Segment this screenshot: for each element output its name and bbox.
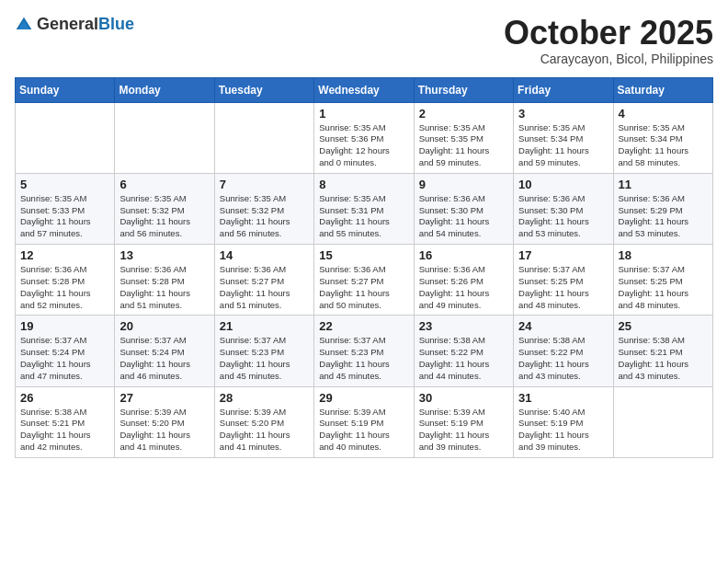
day-cell: 23Sunrise: 5:38 AM Sunset: 5:22 PM Dayli…: [414, 316, 513, 386]
day-cell: 4Sunrise: 5:35 AM Sunset: 5:34 PM Daylig…: [613, 102, 712, 173]
weekday-header-friday: Friday: [514, 77, 613, 102]
day-info: Sunrise: 5:39 AM Sunset: 5:19 PM Dayligh…: [419, 407, 508, 454]
day-cell: 22Sunrise: 5:37 AM Sunset: 5:23 PM Dayli…: [314, 316, 414, 386]
day-cell: 7Sunrise: 5:35 AM Sunset: 5:32 PM Daylig…: [214, 173, 313, 244]
day-number: 28: [220, 391, 309, 405]
day-cell: 13Sunrise: 5:36 AM Sunset: 5:28 PM Dayli…: [115, 245, 214, 316]
day-cell: 9Sunrise: 5:36 AM Sunset: 5:30 PM Daylig…: [414, 173, 513, 244]
page-header: GeneralBlue October 2025 Caraycayon, Bic…: [15, 15, 713, 66]
day-cell: 2Sunrise: 5:35 AM Sunset: 5:35 PM Daylig…: [414, 102, 513, 173]
day-number: 3: [518, 107, 608, 121]
day-info: Sunrise: 5:38 AM Sunset: 5:22 PM Dayligh…: [419, 335, 508, 382]
day-info: Sunrise: 5:38 AM Sunset: 5:22 PM Dayligh…: [518, 335, 608, 382]
day-cell: 8Sunrise: 5:35 AM Sunset: 5:31 PM Daylig…: [314, 173, 414, 244]
day-number: 16: [419, 248, 508, 262]
day-cell: [613, 386, 712, 457]
weekday-header-tuesday: Tuesday: [214, 77, 313, 102]
day-info: Sunrise: 5:36 AM Sunset: 5:27 PM Dayligh…: [319, 264, 408, 311]
day-number: 15: [319, 248, 408, 262]
day-number: 4: [619, 107, 708, 121]
day-number: 22: [319, 319, 408, 333]
weekday-header-wednesday: Wednesday: [314, 77, 414, 102]
day-info: Sunrise: 5:35 AM Sunset: 5:34 PM Dayligh…: [619, 122, 708, 169]
day-cell: 28Sunrise: 5:39 AM Sunset: 5:20 PM Dayli…: [214, 386, 313, 457]
day-cell: 18Sunrise: 5:37 AM Sunset: 5:25 PM Dayli…: [613, 245, 712, 316]
day-info: Sunrise: 5:37 AM Sunset: 5:23 PM Dayligh…: [220, 335, 309, 382]
day-number: 21: [220, 319, 309, 333]
day-info: Sunrise: 5:35 AM Sunset: 5:31 PM Dayligh…: [319, 193, 408, 240]
day-number: 1: [319, 107, 408, 121]
day-number: 2: [419, 107, 508, 121]
day-cell: 26Sunrise: 5:38 AM Sunset: 5:21 PM Dayli…: [16, 386, 115, 457]
day-info: Sunrise: 5:38 AM Sunset: 5:21 PM Dayligh…: [20, 407, 109, 454]
day-number: 10: [518, 178, 608, 191]
day-cell: 10Sunrise: 5:36 AM Sunset: 5:30 PM Dayli…: [514, 173, 613, 244]
week-row-2: 5Sunrise: 5:35 AM Sunset: 5:33 PM Daylig…: [16, 173, 713, 244]
day-info: Sunrise: 5:40 AM Sunset: 5:19 PM Dayligh…: [518, 407, 608, 454]
day-number: 8: [319, 178, 408, 191]
title-block: October 2025 Caraycayon, Bicol, Philippi…: [504, 15, 713, 66]
day-number: 7: [220, 178, 309, 191]
day-cell: 1Sunrise: 5:35 AM Sunset: 5:36 PM Daylig…: [314, 102, 414, 173]
weekday-header-row: SundayMondayTuesdayWednesdayThursdayFrid…: [16, 77, 713, 102]
day-number: 14: [220, 248, 309, 262]
weekday-header-monday: Monday: [115, 77, 214, 102]
logo-general: General: [37, 15, 98, 33]
day-cell: 29Sunrise: 5:39 AM Sunset: 5:19 PM Dayli…: [314, 386, 414, 457]
day-number: 19: [20, 319, 109, 333]
day-cell: 25Sunrise: 5:38 AM Sunset: 5:21 PM Dayli…: [613, 316, 712, 386]
day-cell: 21Sunrise: 5:37 AM Sunset: 5:23 PM Dayli…: [214, 316, 313, 386]
day-number: 31: [518, 391, 608, 405]
day-number: 29: [319, 391, 408, 405]
day-cell: 3Sunrise: 5:35 AM Sunset: 5:34 PM Daylig…: [514, 102, 613, 173]
day-info: Sunrise: 5:36 AM Sunset: 5:30 PM Dayligh…: [518, 193, 608, 240]
day-number: 11: [619, 178, 708, 191]
day-cell: 12Sunrise: 5:36 AM Sunset: 5:28 PM Dayli…: [16, 245, 115, 316]
day-info: Sunrise: 5:39 AM Sunset: 5:20 PM Dayligh…: [220, 407, 309, 454]
logo-icon: [15, 16, 33, 34]
day-info: Sunrise: 5:36 AM Sunset: 5:26 PM Dayligh…: [419, 264, 508, 311]
logo-blue: Blue: [98, 15, 134, 33]
weekday-header-sunday: Sunday: [16, 77, 115, 102]
week-row-4: 19Sunrise: 5:37 AM Sunset: 5:24 PM Dayli…: [16, 316, 713, 386]
day-number: 26: [20, 391, 109, 405]
week-row-1: 1Sunrise: 5:35 AM Sunset: 5:36 PM Daylig…: [16, 102, 713, 173]
weekday-header-saturday: Saturday: [613, 77, 712, 102]
day-info: Sunrise: 5:37 AM Sunset: 5:23 PM Dayligh…: [319, 335, 408, 382]
day-info: Sunrise: 5:39 AM Sunset: 5:20 PM Dayligh…: [119, 407, 209, 454]
day-cell: [115, 102, 214, 173]
day-info: Sunrise: 5:35 AM Sunset: 5:33 PM Dayligh…: [20, 193, 109, 240]
day-number: 20: [119, 319, 209, 333]
day-cell: [16, 102, 115, 173]
day-info: Sunrise: 5:35 AM Sunset: 5:35 PM Dayligh…: [419, 122, 508, 169]
day-cell: 16Sunrise: 5:36 AM Sunset: 5:26 PM Dayli…: [414, 245, 513, 316]
day-cell: 11Sunrise: 5:36 AM Sunset: 5:29 PM Dayli…: [613, 173, 712, 244]
day-number: 25: [619, 319, 708, 333]
day-number: 13: [119, 248, 209, 262]
day-info: Sunrise: 5:36 AM Sunset: 5:27 PM Dayligh…: [220, 264, 309, 311]
day-info: Sunrise: 5:35 AM Sunset: 5:32 PM Dayligh…: [119, 193, 209, 240]
day-number: 6: [119, 178, 209, 191]
calendar: SundayMondayTuesdayWednesdayThursdayFrid…: [15, 77, 713, 458]
day-info: Sunrise: 5:35 AM Sunset: 5:36 PM Dayligh…: [319, 122, 408, 169]
day-info: Sunrise: 5:36 AM Sunset: 5:30 PM Dayligh…: [419, 193, 508, 240]
day-number: 30: [419, 391, 508, 405]
day-number: 24: [518, 319, 608, 333]
day-info: Sunrise: 5:37 AM Sunset: 5:24 PM Dayligh…: [20, 335, 109, 382]
day-number: 12: [20, 248, 109, 262]
subtitle: Caraycayon, Bicol, Philippines: [504, 52, 713, 66]
day-info: Sunrise: 5:36 AM Sunset: 5:28 PM Dayligh…: [119, 264, 209, 311]
day-cell: 14Sunrise: 5:36 AM Sunset: 5:27 PM Dayli…: [214, 245, 313, 316]
day-info: Sunrise: 5:37 AM Sunset: 5:25 PM Dayligh…: [518, 264, 608, 311]
day-cell: 6Sunrise: 5:35 AM Sunset: 5:32 PM Daylig…: [115, 173, 214, 244]
day-number: 18: [619, 248, 708, 262]
day-cell: 27Sunrise: 5:39 AM Sunset: 5:20 PM Dayli…: [115, 386, 214, 457]
week-row-3: 12Sunrise: 5:36 AM Sunset: 5:28 PM Dayli…: [16, 245, 713, 316]
day-info: Sunrise: 5:38 AM Sunset: 5:21 PM Dayligh…: [619, 335, 708, 382]
day-cell: 24Sunrise: 5:38 AM Sunset: 5:22 PM Dayli…: [514, 316, 613, 386]
week-row-5: 26Sunrise: 5:38 AM Sunset: 5:21 PM Dayli…: [16, 386, 713, 457]
day-cell: 31Sunrise: 5:40 AM Sunset: 5:19 PM Dayli…: [514, 386, 613, 457]
logo: GeneralBlue: [15, 15, 134, 34]
day-number: 17: [518, 248, 608, 262]
day-cell: [214, 102, 313, 173]
